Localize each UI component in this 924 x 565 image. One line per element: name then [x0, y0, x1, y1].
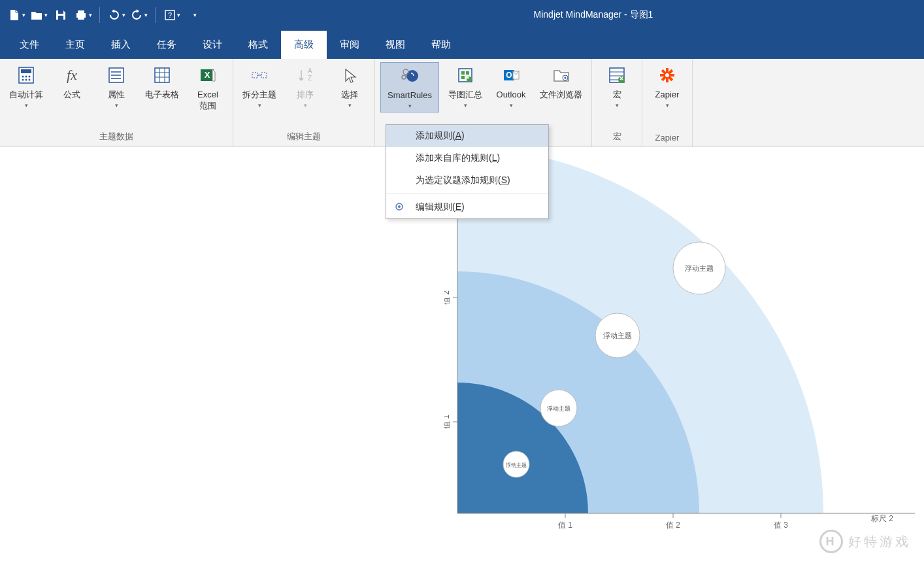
svg-point-11 [29, 76, 31, 78]
svg-text:浮动主题: 浮动主题 [603, 332, 632, 339]
svg-text:Z: Z [308, 75, 312, 82]
properties-button[interactable]: 属性 ▾ [97, 62, 136, 111]
svg-text:?: ? [167, 11, 171, 19]
smartrules-dropdown: 添加规则(A) 添加来自库的规则(L) 为选定议题添加规则(S) 编辑规则(E) [386, 124, 549, 219]
spreadsheet-button[interactable]: 电子表格 [141, 62, 183, 103]
new-button[interactable]: ▾ [7, 5, 26, 25]
tab-format[interactable]: 格式 [235, 31, 281, 59]
watermark-logo: H [819, 530, 843, 553]
chevron-down-icon: ▾ [304, 102, 307, 109]
watermark: H 好特游戏 [819, 530, 911, 553]
tab-file[interactable]: 文件 [7, 31, 52, 59]
svg-rect-39 [466, 71, 469, 75]
bubble-2[interactable]: 浮动主题 [540, 390, 577, 426]
x-tick-1: 值 1 [558, 521, 572, 530]
outlook-button[interactable]: O Outlook ▾ [491, 62, 531, 111]
svg-point-13 [25, 79, 27, 81]
svg-point-61 [398, 205, 401, 208]
cursor-icon [339, 65, 360, 86]
smartrules-button[interactable]: SmartRules ▾ [380, 62, 439, 112]
add-rule-from-library-item[interactable]: 添加来自库的规则(L) [386, 147, 548, 169]
excel-icon: X [197, 65, 218, 86]
svg-point-35 [403, 69, 408, 75]
x-axis-label: 标尺 2 [870, 514, 893, 523]
select-button[interactable]: 选择 ▾ [330, 62, 369, 111]
svg-rect-29 [252, 73, 257, 78]
bubble-4[interactable]: 浮动主题 [673, 242, 725, 294]
excel-range-button[interactable]: X Excel 范围 [188, 62, 227, 114]
svg-rect-1 [58, 16, 63, 20]
bubble-3[interactable]: 浮动主题 [595, 313, 640, 358]
svg-text:浮动主题: 浮动主题 [506, 462, 527, 468]
help-button[interactable]: ?▾ [162, 5, 182, 25]
sort-button: AZ 排序 ▾ [286, 62, 325, 111]
svg-text:X: X [205, 70, 210, 80]
x-tick-3: 值 3 [774, 521, 788, 530]
svg-point-46 [564, 77, 566, 79]
outlook-icon: O [501, 65, 521, 86]
qat-separator [155, 7, 156, 23]
file-browser-button[interactable]: 文件浏览器 [536, 62, 586, 103]
tab-view[interactable]: 视图 [372, 31, 418, 59]
svg-text:浮动主题: 浮动主题 [547, 405, 570, 412]
rollup-icon [455, 65, 476, 86]
print-button[interactable]: ▾ [73, 5, 93, 25]
split-icon [249, 65, 270, 86]
svg-rect-0 [58, 10, 63, 14]
chevron-down-icon: ▾ [25, 102, 28, 109]
svg-point-21 [111, 78, 112, 79]
svg-point-20 [111, 75, 112, 76]
add-rule-item[interactable]: 添加规则(A) [386, 125, 548, 147]
ribbon: 自动计算 ▾ fx 公式 属性 ▾ 电子表格 [0, 59, 924, 147]
ribbon-group-edit-topic: 拆分主题 ▾ AZ 排序 ▾ 选择 ▾ 编辑主题 [233, 59, 375, 146]
macro-button[interactable]: 宏 ▾ [597, 62, 636, 111]
tab-insert[interactable]: 插入 [98, 31, 144, 59]
edit-rule-item[interactable]: 编辑规则(E) [386, 196, 548, 218]
autocalc-button[interactable]: 自动计算 ▾ [5, 62, 47, 111]
tab-advanced[interactable]: 高级 [281, 31, 327, 59]
dropdown-item-label: 添加规则(A) [416, 130, 465, 141]
formula-button[interactable]: fx 公式 [52, 62, 91, 103]
save-button[interactable] [51, 5, 71, 25]
split-topic-button[interactable]: 拆分主题 ▾ [239, 62, 280, 111]
svg-rect-30 [261, 73, 267, 78]
tab-design[interactable]: 设计 [190, 31, 235, 59]
dropdown-item-label: 添加来自库的规则(L) [416, 152, 500, 163]
zapier-icon [657, 65, 678, 86]
bubble-1[interactable]: 浮动主题 [503, 451, 529, 477]
smartrules-icon [399, 65, 420, 86]
svg-point-51 [618, 77, 625, 83]
list-icon [106, 65, 127, 86]
open-button[interactable]: ▾ [29, 5, 48, 25]
svg-text:A: A [308, 67, 312, 75]
tab-help[interactable]: 帮助 [418, 31, 464, 59]
ribbon-group-zapier: Zapier ▾ Zapier [642, 59, 693, 146]
tab-review[interactable]: 审阅 [327, 31, 372, 59]
map-rollup-button[interactable]: 导图汇总 ▾ [444, 62, 486, 111]
folder-gear-icon [551, 65, 572, 86]
chevron-down-icon: ▾ [408, 103, 412, 109]
chevron-down-icon: ▾ [348, 102, 352, 109]
tab-home[interactable]: 主页 [52, 31, 98, 59]
tab-tasks[interactable]: 任务 [144, 31, 190, 59]
redo-button[interactable]: ▾ [129, 5, 148, 25]
title-bar: ▾ ▾ ▾ ▾ ▾ ?▾ ▾ Mindjet MindManager - 导图1 [0, 0, 924, 29]
x-tick-2: 值 2 [666, 521, 680, 530]
qat-customize-button[interactable]: ▾ [184, 5, 204, 25]
ribbon-group-topic-data: 自动计算 ▾ fx 公式 属性 ▾ 电子表格 [0, 59, 233, 146]
ribbon-group-macro: 宏 ▾ 宏 [592, 59, 642, 146]
svg-point-14 [29, 79, 31, 81]
macro-icon [606, 65, 627, 86]
undo-button[interactable]: ▾ [107, 5, 126, 25]
add-rule-for-selected-item[interactable]: 为选定议题添加规则(S) [386, 169, 548, 192]
chevron-down-icon: ▾ [510, 102, 513, 109]
svg-point-19 [111, 71, 112, 73]
dropdown-item-label: 编辑规则(E) [416, 201, 465, 212]
zapier-button[interactable]: Zapier ▾ [648, 62, 687, 111]
svg-rect-22 [155, 68, 169, 82]
svg-point-36 [402, 75, 406, 79]
svg-point-10 [25, 76, 27, 78]
y-tick-1: 值 1 [444, 415, 451, 429]
svg-rect-4 [78, 16, 84, 20]
gear-icon [394, 201, 406, 213]
